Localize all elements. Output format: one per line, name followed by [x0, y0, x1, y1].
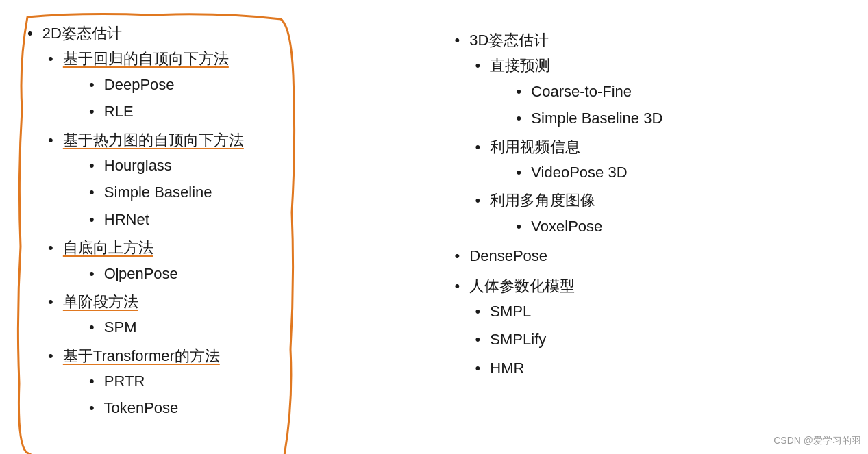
left-item-openpose-label2: penPose: [119, 265, 178, 282]
right-item-coarse: Coarse-to-Fine: [517, 79, 841, 104]
left-item-transformer-label: 基于Transformer的方法: [63, 347, 220, 364]
left-item-heatmap-label: 基于热力图的自顶向下方法: [63, 131, 244, 149]
right-item-direct-label: 直接预测: [490, 57, 550, 74]
left-item-prtr: PRTR: [89, 368, 414, 394]
right-item-voxelpose-label: VoxelPose: [531, 218, 602, 235]
left-item-spm-label: SPM: [104, 318, 137, 336]
left-item-transformer: 基于Transformer的方法 PRTR TokenPose: [48, 343, 414, 421]
right-list-level2: 直接预测 Coarse-to-Fine Simple Baseline 3D: [455, 53, 841, 239]
left-item-hrnet-label: HRNet: [104, 211, 149, 228]
left-item-deeppose-label: DeepPose: [104, 76, 175, 93]
left-item-rle-label: RLE: [104, 103, 134, 120]
left-item-singlestage-label: 单阶段方法: [63, 293, 138, 310]
right-item-videopose3d-label: VideoPose 3D: [531, 164, 627, 181]
left-item-heatmap: 基于热力图的自顶向下方法 Hourglass Simple Baseline H…: [48, 127, 414, 233]
right-list-parammodel-children: SMPL SMPLify HMR: [455, 299, 841, 381]
right-item-coarse-label: Coarse-to-Fine: [531, 83, 632, 100]
left-list-transformer-children: PRTR TokenPose: [48, 368, 414, 421]
left-item-hrnet: HRNet: [89, 207, 414, 232]
left-list-regression-children: DeepPose RLE: [48, 72, 414, 125]
right-list-direct-children: Coarse-to-Fine Simple Baseline 3D: [475, 79, 841, 131]
right-item-multiview-label: 利用多角度图像: [490, 192, 595, 209]
left-item-singlestage: 单阶段方法 SPM: [48, 289, 414, 340]
right-item-video-label: 利用视频信息: [490, 138, 580, 155]
left-item-deeppose: DeepPose: [89, 72, 414, 97]
cursor-icon: [116, 268, 118, 281]
left-list-singlestage-children: SPM: [48, 314, 414, 340]
left-item-regression: 基于回归的自顶向下方法 DeepPose RLE: [48, 46, 414, 124]
left-column: 2D姿态估计 基于回归的自顶向下方法 DeepPose RLE: [27, 21, 414, 433]
right-item-densepose: DensePose: [455, 243, 841, 268]
right-item-voxelpose: VoxelPose: [517, 214, 841, 239]
left-item-simplebaseline: Simple Baseline: [89, 179, 414, 205]
right-item-densepose-label: DensePose: [469, 247, 547, 264]
right-list-level1: 3D姿态估计 直接预测 Coarse-to-Fine Simple Baseli…: [455, 27, 841, 381]
left-item-simplebaseline-label: Simple Baseline: [104, 184, 212, 201]
left-item-openpose: OpenPose: [89, 261, 414, 286]
left-item-regression-label: 基于回归的自顶向下方法: [63, 50, 229, 67]
right-item-video: 利用视频信息 VideoPose 3D: [475, 134, 841, 186]
left-item-bottomup-label: 自底向上方法: [63, 239, 153, 256]
right-item-multiview: 利用多角度图像 VoxelPose: [475, 188, 841, 239]
left-item-prtr-label: PRTR: [104, 373, 145, 390]
left-list-level2: 基于回归的自顶向下方法 DeepPose RLE 基于热力图的自顶向下方: [27, 46, 414, 420]
right-item-simplebaseline3d: Simple Baseline 3D: [517, 105, 841, 131]
left-list-level1: 2D姿态估计 基于回归的自顶向下方法 DeepPose RLE: [27, 21, 414, 421]
right-column: 3D姿态估计 直接预测 Coarse-to-Fine Simple Baseli…: [455, 21, 841, 433]
left-item-openpose-label: O: [104, 265, 116, 282]
right-item-smpl-label: SMPL: [490, 303, 531, 320]
left-item-hourglass: Hourglass: [89, 153, 414, 178]
right-list-multiview-children: VoxelPose: [475, 214, 841, 239]
main-container: 2D姿态估计 基于回归的自顶向下方法 DeepPose RLE: [0, 0, 868, 454]
right-title: 3D姿态估计: [469, 31, 549, 49]
right-item-smplify-label: SMPLify: [490, 331, 546, 348]
right-item-parammodel: 人体参数化模型 SMPL SMPLify HMR: [455, 273, 841, 381]
left-item-bottomup: 自底向上方法 OpenPose: [48, 235, 414, 286]
left-item-rle: RLE: [89, 99, 414, 124]
left-item-hourglass-label: Hourglass: [104, 157, 172, 174]
right-item-direct: 直接预测 Coarse-to-Fine Simple Baseline 3D: [475, 53, 841, 131]
right-title-item: 3D姿态估计 直接预测 Coarse-to-Fine Simple Baseli…: [455, 27, 841, 239]
right-item-videopose3d: VideoPose 3D: [517, 160, 841, 185]
left-item-tokenpose-label: TokenPose: [103, 399, 178, 416]
right-item-smplify: SMPLify: [475, 327, 841, 352]
left-title: 2D姿态估计: [42, 25, 122, 42]
right-item-hmr: HMR: [475, 355, 841, 381]
left-title-item: 2D姿态估计 基于回归的自顶向下方法 DeepPose RLE: [27, 21, 414, 421]
left-list-heatmap-children: Hourglass Simple Baseline HRNet: [48, 153, 414, 232]
left-list-bottomup-children: OpenPose: [48, 261, 414, 286]
left-item-spm: SPM: [89, 314, 414, 340]
right-item-hmr-label: HMR: [490, 360, 524, 377]
right-item-simplebaseline3d-label: Simple Baseline 3D: [531, 110, 662, 127]
watermark: CSDN @爱学习的羽: [773, 435, 861, 447]
left-item-tokenpose: TokenPose: [89, 395, 414, 420]
right-list-video-children: VideoPose 3D: [475, 160, 841, 185]
right-item-parammodel-label: 人体参数化模型: [469, 277, 575, 294]
right-item-smpl: SMPL: [475, 299, 841, 324]
